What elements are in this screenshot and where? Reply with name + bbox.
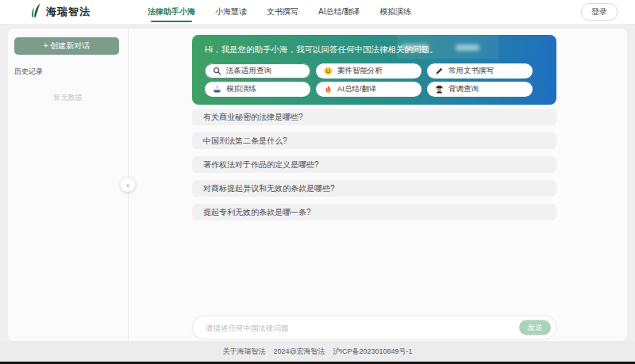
chevron-left-icon: ‹ <box>126 180 129 190</box>
suggested-question[interactable]: 对商标提起异议和无效的条款是哪些? <box>192 180 556 197</box>
ship-icon <box>213 85 221 94</box>
redacted-blurred-text <box>397 35 498 59</box>
footer-about-link[interactable]: 关于海瑞智法 <box>222 347 265 357</box>
suggested-question[interactable]: 提起专利无效的条款是哪一条? <box>192 204 556 220</box>
top-navbar: 海瑞智法 法律助手小海 小海慧读 文书撰写 AI总结/翻译 模拟演练 登录 <box>0 0 635 25</box>
message-composer: 发送 <box>192 316 556 339</box>
leaf-logo-icon <box>29 2 41 21</box>
quick-action-law-lookup[interactable]: 法条适用查询 <box>205 63 310 79</box>
quick-action-case-analysis[interactable]: 案件智能分析 <box>316 63 421 79</box>
brand-name: 海瑞智法 <box>46 5 90 19</box>
nav-tab-document-writing[interactable]: 文书撰写 <box>267 0 298 25</box>
app-body: + 创建新对话 历史记录 暂无数据 ‹ Hi，我是您的助手小海，我可以回答任何中… <box>8 29 627 341</box>
quick-action-mock-drill[interactable]: 模拟演练 <box>205 82 310 97</box>
nav-tab-ai-summary-translate[interactable]: AI总结/翻译 <box>318 0 360 25</box>
chat-main-area: Hi，我是您的助手小海，我可以回答任何中国法律相关的问题。 法条适用查询 <box>129 29 627 341</box>
brand-logo[interactable]: 海瑞智法 <box>29 2 90 21</box>
welcome-banner: Hi，我是您的助手小海，我可以回答任何中国法律相关的问题。 法条适用查询 <box>192 35 556 105</box>
login-button[interactable]: 登录 <box>581 3 618 21</box>
main-nav: 法律助手小海 小海慧读 文书撰写 AI总结/翻译 模拟演练 <box>148 0 411 25</box>
search-icon <box>213 67 221 75</box>
footer-copyright: 2024@宏海智法 <box>273 347 325 357</box>
quick-action-document-writing[interactable]: 常用文书撰写 <box>427 63 533 79</box>
suggested-question[interactable]: 著作权法对于作品的定义是哪些? <box>192 156 556 173</box>
suggested-question[interactable]: 中国刑法第二条是什么? <box>192 132 556 149</box>
quick-action-row-2: 模拟演练 AI总结/翻译 背调查询 <box>205 82 544 97</box>
history-empty-text: 暂无数据 <box>8 93 128 103</box>
nav-tab-legal-assistant[interactable]: 法律助手小海 <box>148 0 195 25</box>
quick-action-background-check[interactable]: 背调查询 <box>427 82 533 97</box>
flame-icon <box>324 85 333 94</box>
detective-icon <box>435 85 444 94</box>
nav-tab-mock-drill[interactable]: 模拟演练 <box>379 0 411 25</box>
new-chat-button[interactable]: + 创建新对话 <box>14 37 119 55</box>
footer-icp-number: 沪ICP备2023010849号-1 <box>333 347 413 357</box>
send-button[interactable]: 发送 <box>519 320 551 335</box>
quick-action-row-1: 法条适用查询 案件智能分析 常用文书撰写 <box>205 63 544 79</box>
suggested-question[interactable]: 有关商业秘密的法律是哪些? <box>192 109 556 125</box>
smiley-icon <box>324 67 333 75</box>
question-input[interactable] <box>193 324 556 332</box>
sidebar-collapse-button[interactable]: ‹ <box>121 178 135 192</box>
pencil-icon <box>435 67 444 75</box>
nav-tab-smart-reading[interactable]: 小海慧读 <box>215 0 247 25</box>
page-footer: 关于海瑞智法 2024@宏海智法 沪ICP备2023010849号-1 <box>0 341 635 362</box>
conversation-sidebar: + 创建新对话 历史记录 暂无数据 ‹ <box>8 29 129 341</box>
history-label: 历史记录 <box>14 67 128 77</box>
quick-action-ai-summary-translate[interactable]: AI总结/翻译 <box>316 82 421 97</box>
